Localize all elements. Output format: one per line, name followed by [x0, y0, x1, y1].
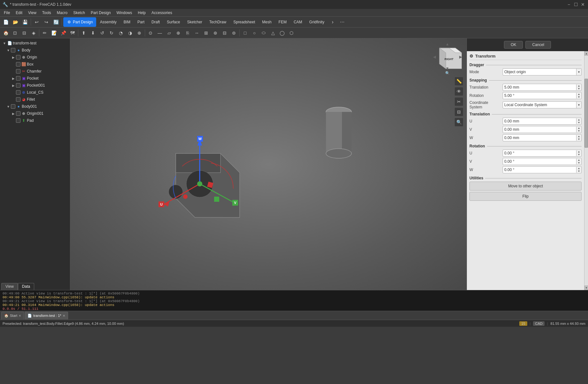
pocket001-expand-icon[interactable]: ▶	[12, 83, 15, 87]
prism-tool[interactable]: ⬡	[287, 28, 296, 37]
nav-cube[interactable]: RIGHT ▲ ▼ ◀ ▶	[433, 42, 462, 70]
ok-button[interactable]: OK	[504, 41, 523, 49]
undo-button[interactable]: ↩	[32, 18, 41, 27]
rot-w-input[interactable]: 0.00 ° ▲ ▼	[503, 166, 582, 173]
origin-checkbox[interactable]	[16, 55, 20, 59]
trans-w-input[interactable]: 0.00 mm ▲ ▼	[503, 134, 582, 141]
rot-v-input[interactable]: 0.00 ° ▲ ▼	[503, 158, 582, 165]
refresh-button[interactable]: 🔄	[51, 18, 60, 27]
fillet-button[interactable]: ◔	[116, 28, 125, 37]
datum-line[interactable]: —	[155, 28, 164, 37]
trans-v-input[interactable]: 0.00 mm ▲ ▼	[503, 126, 582, 133]
rot-w-dn[interactable]: ▼	[576, 170, 581, 173]
minimize-button[interactable]: −	[566, 2, 571, 7]
sketch-map[interactable]: 🗺	[68, 28, 77, 37]
origin001-expand-icon[interactable]: ▶	[12, 112, 15, 115]
mirrored-button[interactable]: ⊟	[220, 28, 229, 37]
wb-tab-assembly[interactable]: Assembly	[97, 17, 120, 27]
rot-u-dn[interactable]: ▼	[576, 153, 581, 156]
wb-tab-draft[interactable]: Draft	[148, 17, 163, 27]
mode-dropdown[interactable]: Object origin ▼	[503, 68, 582, 75]
torus-tool[interactable]: ◯	[278, 28, 287, 37]
more-tabs-button[interactable]: ›	[328, 18, 337, 27]
root-expand-icon[interactable]: ▼	[3, 41, 6, 45]
origin-expand-icon[interactable]: ▶	[12, 55, 15, 59]
origin001-checkbox[interactable]	[16, 111, 20, 116]
tree-root[interactable]: ▼ 📄 transform-test	[1, 40, 69, 47]
tree-chamfer[interactable]: ✂ Chamfer	[1, 68, 69, 75]
tab-data[interactable]: Data	[18, 283, 34, 290]
box-tool[interactable]: □	[241, 28, 250, 37]
expand-button[interactable]: ⋯	[338, 18, 347, 27]
view-home-button[interactable]: 🏠	[1, 28, 10, 37]
close-button[interactable]: ✕	[580, 2, 585, 7]
rot-w-up[interactable]: ▲	[576, 167, 581, 170]
multipattern-button[interactable]: ⊜	[229, 28, 238, 37]
tree-local-cs[interactable]: ⊕ Local_CS	[1, 89, 69, 96]
main-3d-object[interactable]: W V U	[150, 134, 246, 238]
tree-pocket001[interactable]: ▶ ▣ Pocket001	[1, 82, 69, 89]
trans-v-dn[interactable]: ▼	[576, 129, 581, 132]
translation-spinner[interactable]: ▲ ▼	[576, 84, 581, 90]
wb-tab-surface[interactable]: Surface	[164, 17, 183, 27]
rotation-up[interactable]: ▲	[576, 93, 581, 96]
measure-button[interactable]: 📏	[454, 77, 463, 86]
tree-box[interactable]: 🟫 Box	[1, 61, 69, 68]
trans-w-spinner[interactable]: ▲ ▼	[576, 135, 581, 141]
tree-body[interactable]: ▼ ● Body	[1, 47, 69, 54]
new-button[interactable]: 📄	[1, 18, 10, 27]
tree-pad[interactable]: ⬆ Pad	[1, 117, 69, 124]
wb-tab-gridfinity[interactable]: Gridfinity	[306, 17, 328, 27]
clip-button[interactable]: ✂	[454, 97, 463, 106]
body001-checkbox[interactable]	[11, 104, 15, 109]
menu-tools[interactable]: Tools	[40, 10, 54, 16]
coord-sys-arrow[interactable]: ▼	[576, 102, 581, 108]
wb-tab-sketcher[interactable]: Sketcher	[184, 17, 205, 27]
cancel-button[interactable]: Cancel	[525, 41, 551, 49]
menu-view[interactable]: View	[26, 10, 39, 16]
chamfer-checkbox[interactable]	[16, 69, 20, 74]
mode-dropdown-arrow[interactable]: ▼	[576, 69, 581, 75]
menu-macro[interactable]: Macro	[54, 10, 70, 16]
tree-origin[interactable]: ▶ ⊕ Origin	[1, 54, 69, 61]
flip-button[interactable]: Flip	[469, 192, 582, 201]
rotation-dn[interactable]: ▼	[576, 96, 581, 98]
pad-button[interactable]: ⬆	[79, 28, 88, 37]
viewport[interactable]: RIGHT ▲ ▼ ◀ ▶ 🔍 📏 👁 ✂ ⊟ 🔍	[70, 38, 467, 290]
wb-tab-part-design[interactable]: ⚙ Part Design	[63, 17, 96, 27]
chamfer-button[interactable]: ◑	[126, 28, 135, 37]
fillet-checkbox[interactable]	[16, 97, 20, 102]
polar-pattern[interactable]: ⊛	[211, 28, 220, 37]
cone-tool[interactable]: △	[268, 28, 277, 37]
menu-accessories[interactable]: Accessories	[149, 10, 175, 16]
cylinder-tool[interactable]: ⬭	[259, 28, 268, 37]
groove-button[interactable]: ↻	[107, 28, 116, 37]
datum-point[interactable]: ⊙	[146, 28, 155, 37]
body001-expand-icon[interactable]: ▼	[6, 105, 10, 108]
box-checkbox[interactable]	[16, 62, 20, 67]
menu-part-design[interactable]: Part Design	[88, 10, 113, 16]
rotation-spinner[interactable]: ▲ ▼	[576, 93, 581, 98]
wb-tab-cam[interactable]: CAM	[290, 17, 306, 27]
eye-button[interactable]: 👁	[454, 87, 463, 96]
trans-u-spinner[interactable]: ▲ ▼	[576, 118, 581, 124]
rot-v-up[interactable]: ▲	[576, 159, 581, 161]
tab-start[interactable]: 🏠 Start ✕	[1, 312, 24, 319]
tree-origin001[interactable]: ▶ ⊕ Origin001	[1, 110, 69, 117]
trans-v-spinner[interactable]: ▲ ▼	[576, 127, 581, 132]
sketch-new[interactable]: ✏	[40, 28, 49, 37]
section-button[interactable]: ⊟	[454, 107, 463, 116]
boolean-button[interactable]: ⊕	[135, 28, 144, 37]
nav-cube-svg[interactable]: RIGHT ▲ ▼ ◀ ▶	[433, 42, 462, 70]
scroll-up-btn[interactable]: ▲	[584, 51, 588, 56]
translation-snap-input[interactable]: 5.00 mm ▲ ▼	[503, 84, 582, 91]
redo-button[interactable]: ↪	[42, 18, 51, 27]
window-controls[interactable]: − ☐ ✕	[566, 2, 585, 7]
view-perspective[interactable]: ◈	[29, 28, 38, 37]
start-tab-close[interactable]: ✕	[19, 314, 21, 317]
scroll-down-btn[interactable]: ▼	[584, 286, 588, 290]
rot-w-spinner[interactable]: ▲ ▼	[576, 167, 581, 173]
wb-tab-fem[interactable]: FEM	[275, 17, 290, 27]
cylinder-3d-object[interactable]	[323, 102, 355, 161]
rot-u-up[interactable]: ▲	[576, 150, 581, 153]
